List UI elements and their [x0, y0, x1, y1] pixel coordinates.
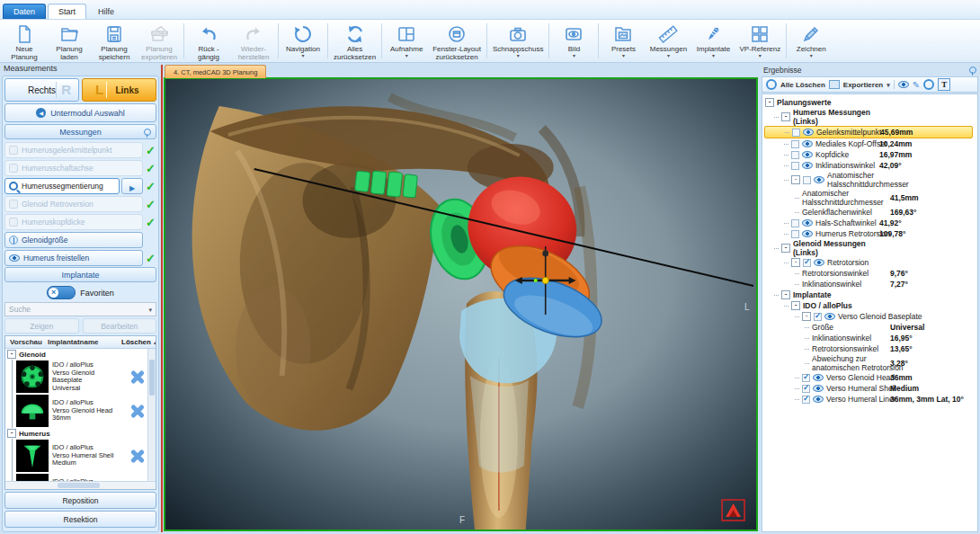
collapse-icon[interactable] [781, 290, 790, 299]
panel-splitter[interactable] [161, 65, 163, 532]
tree-row-verso-humeral-liner[interactable]: Verso Humeral Liner 36mm, 3mm Lat, 10° [764, 394, 973, 405]
eye-icon[interactable] [813, 396, 824, 403]
planung-laden-button[interactable]: Planungladen [47, 21, 92, 61]
reset-icon[interactable] [923, 79, 934, 90]
chevron-down-icon[interactable] [886, 81, 890, 89]
implant-filter-select[interactable]: Suche [4, 302, 156, 316]
planung-speichern-button[interactable]: Planungspeichern [92, 21, 137, 61]
links-button[interactable]: L Links [82, 78, 156, 102]
bild-button[interactable]: Bild ▾ [551, 21, 596, 61]
vp-referenz-button[interactable]: VP-Referenz ▾ [735, 21, 784, 61]
schnappschuss-button[interactable]: Schnappschuss ▾ [489, 21, 547, 61]
navigation-button[interactable]: Navigation ▾ [281, 21, 325, 61]
eye-icon[interactable] [802, 230, 813, 237]
viewport-tab[interactable]: 4. CT, medCAD 3D Planung [165, 65, 266, 78]
collapse-icon[interactable] [791, 175, 800, 184]
collapse-icon[interactable] [791, 258, 800, 267]
checkbox[interactable] [791, 140, 799, 148]
collapse-icon[interactable] [7, 429, 16, 438]
checkbox[interactable] [791, 162, 799, 170]
pin-icon[interactable] [969, 67, 976, 74]
collapse-icon[interactable] [7, 350, 16, 359]
vertical-scrollbar[interactable] [147, 349, 156, 481]
tree-row[interactable]: Inklinationswinkel 16,95° [764, 333, 973, 343]
implant-row-humeral-shell[interactable]: IDO / alloPlusVerso Humeral ShellMedium [12, 439, 148, 473]
tree-row[interactable]: Mediales Kopf-Offset 10,24mm [764, 138, 973, 149]
tree-row[interactable]: Retrotorsionswinkel 13,65° [764, 343, 973, 354]
checkbox[interactable] [802, 385, 810, 393]
tree-row[interactable]: Hals-Schaftwinkel 41,92° [764, 218, 973, 228]
menu-tab-daten[interactable]: Daten [3, 4, 46, 19]
implant-group-humerus[interactable]: Humerus [5, 428, 148, 439]
menu-tab-start[interactable]: Start [48, 4, 86, 19]
alles-zuruecksetzen-button[interactable]: Alleszurücksetzen [330, 21, 379, 61]
favoriten-toggle[interactable] [47, 286, 76, 299]
play-button[interactable] [121, 178, 143, 194]
delete-implant-button[interactable] [129, 368, 147, 386]
measurement-item-humerus-freistellen[interactable]: Humerus freistellen [4, 250, 143, 266]
implant-row-glenoid-baseplate[interactable]: IDO / alloPlusVerso Glenoid BaseplateUni… [12, 360, 148, 394]
delete-implant-button[interactable] [129, 402, 147, 420]
3d-shoulder-view[interactable]: F L [165, 79, 756, 530]
checkbox[interactable] [791, 219, 799, 227]
eye-icon[interactable] [813, 374, 824, 381]
tree-row[interactable]: Retrotorsionswinkel 9,76° [764, 268, 973, 279]
implant-row-glenoid-head[interactable]: IDO / alloPlusVerso Glenoid Head36mm [12, 394, 148, 428]
checkbox[interactable] [802, 374, 810, 382]
tree-row-verso-humeral-shell[interactable]: Verso Humeral Shell Medium [764, 383, 973, 394]
rechts-button[interactable]: Rechts R [4, 78, 79, 102]
undo-button[interactable]: Rück -gängig [186, 21, 231, 61]
checkbox[interactable] [803, 176, 811, 184]
tree-row-verso-glenoid-head[interactable]: Verso Glenoid Head 36mm [764, 372, 973, 383]
presets-button[interactable]: Presets ▾ [601, 21, 646, 61]
eye-icon[interactable] [803, 129, 814, 136]
fenster-layout-zuruecksetzen-button[interactable]: Fenster-Layoutzurücksetzen [429, 21, 485, 61]
messungen-section-header[interactable]: Messungen [4, 124, 156, 139]
tree-row[interactable]: Inklinationswinkel 7,27° [764, 279, 973, 289]
visibility-toggle-icon[interactable] [898, 81, 909, 88]
checkbox[interactable] [814, 313, 822, 321]
eye-icon[interactable] [802, 219, 813, 227]
tree-row-humerus-messungen[interactable]: Humerus Messungen (Links) [764, 108, 973, 126]
tree-row-retrotorsion[interactable]: Retrotorsion [764, 257, 973, 268]
eye-icon[interactable] [824, 313, 835, 320]
eye-icon[interactable] [802, 162, 813, 169]
alle-loeschen-button[interactable]: Alle Löschen [780, 81, 825, 89]
eye-icon[interactable] [802, 140, 813, 147]
reposition-button[interactable]: Reposition [4, 492, 156, 509]
implantate-button[interactable]: Implantate ▾ [690, 21, 735, 61]
measurement-item-humerussegmentierung[interactable]: Humerussegmentierung [4, 178, 120, 194]
checkbox[interactable] [791, 230, 799, 238]
menu-tab-hilfe[interactable]: Hilfe [88, 4, 124, 19]
tree-row-anatomischer-halsschnittdurchmesser[interactable]: Anatomischer Halsschnittdurchmesser [764, 171, 973, 189]
horizontal-scrollbar[interactable] [5, 481, 156, 489]
neue-planung-button[interactable]: NeuePlanung [2, 21, 47, 61]
implant-row-humeral-liner[interactable]: IDO / alloPlusVerso Humeral Liner36mm, 3… [12, 473, 148, 481]
eye-icon[interactable] [802, 151, 813, 158]
tree-row[interactable]: Gelenkflächenwinkel 169,63° [764, 207, 973, 218]
untermodul-auswahl-button[interactable]: ◀ Untermodul Auswahl [4, 103, 156, 122]
eye-icon[interactable] [814, 176, 824, 183]
checkbox[interactable] [792, 129, 800, 137]
measurement-item-glenoidgroesse[interactable]: Glenoidgröße [4, 232, 143, 248]
checkbox[interactable] [803, 259, 811, 267]
tree-row[interactable]: Abweichung zur anatomischen Retrotorsion… [764, 354, 973, 372]
eye-icon[interactable] [814, 259, 824, 266]
collapse-icon[interactable] [781, 112, 790, 121]
collapse-icon[interactable] [781, 244, 790, 253]
aufnahme-button[interactable]: Aufnahme ▾ [384, 21, 429, 61]
implantate-section-header[interactable]: Implantate [4, 267, 156, 282]
tree-row-verso-glenoid-baseplate[interactable]: Verso Glenoid Baseplate [764, 311, 973, 322]
pin-icon[interactable] [144, 129, 151, 136]
tree-row[interactable]: Humerus Retrotorsion 109,78° [764, 228, 973, 239]
resektion-button[interactable]: Resektion [4, 511, 156, 528]
delete-implant-button[interactable] [129, 447, 147, 465]
tree-row-planungswerte[interactable]: Planungswerte [764, 97, 973, 108]
tree-row[interactable]: Größe Universal [764, 322, 973, 333]
tree-row[interactable]: Anatomischer Halsschnittdurchmesser 41,5… [764, 189, 973, 207]
exportieren-button[interactable]: Exportieren [843, 81, 883, 89]
tree-row-glenoid-messungen[interactable]: Glenoid Messungen (Links) [764, 239, 973, 257]
checkbox[interactable] [802, 396, 810, 404]
tree-row[interactable]: Kopfdicke 16,97mm [764, 149, 973, 160]
tree-row[interactable]: Inklinationswinkel 42,09° [764, 160, 973, 171]
